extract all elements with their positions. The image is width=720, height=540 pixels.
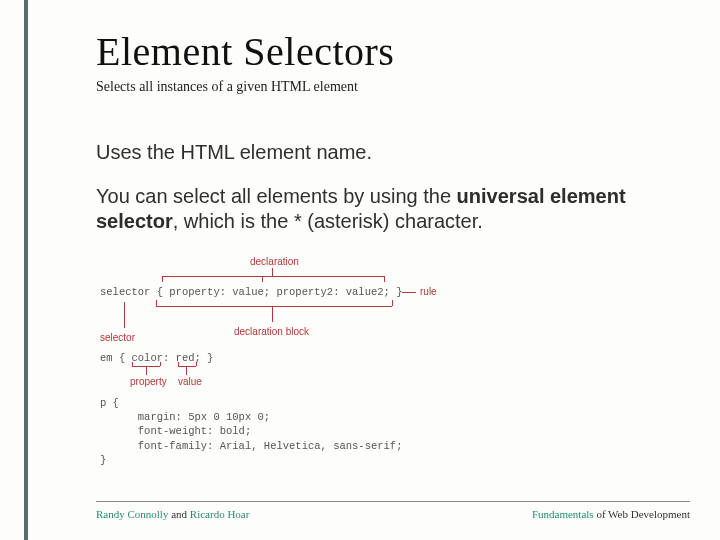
diagram-line xyxy=(186,366,187,375)
slide-subtitle: Selects all instances of a given HTML el… xyxy=(96,79,660,95)
footer-authors: Randy Connolly and Ricardo Hoar xyxy=(96,508,249,520)
diagram-line xyxy=(162,276,163,282)
diagram-line xyxy=(262,276,263,282)
label-rule: rule xyxy=(420,286,437,297)
label-selector: selector xyxy=(100,332,135,343)
label-declaration-block: declaration block xyxy=(234,326,309,337)
diagram-line xyxy=(178,366,196,367)
slide-footer: Randy Connolly and Ricardo Hoar Fundamen… xyxy=(96,501,690,520)
footer-rule xyxy=(96,501,690,502)
body-text-2: You can select all elements by using the… xyxy=(96,184,660,234)
diagram-line xyxy=(272,268,273,276)
author-1: Randy Connolly xyxy=(96,508,168,520)
diagram-line xyxy=(160,362,161,366)
label-declaration: declaration xyxy=(250,256,299,267)
slide-title: Element Selectors xyxy=(96,28,660,75)
book-rest: of Web Development xyxy=(594,508,690,520)
diagram-line xyxy=(196,362,197,366)
diagram-line xyxy=(132,366,160,367)
book-accent: Fundamentals xyxy=(532,508,594,520)
diagram-line xyxy=(124,302,125,328)
code-block: p { margin: 5px 0 10px 0; font-weight: b… xyxy=(100,396,402,467)
label-value: value xyxy=(178,376,202,387)
footer-and: and xyxy=(168,508,189,520)
body2-post: , which is the * (asterisk) character. xyxy=(173,210,483,232)
diagram-line xyxy=(132,362,133,366)
label-property: property xyxy=(130,376,167,387)
diagram-line xyxy=(402,292,416,293)
diagram-line xyxy=(392,300,393,306)
diagram-line xyxy=(384,276,385,282)
css-syntax-diagram: declaration selector { property: value; … xyxy=(100,256,660,461)
code-line-1: selector { property: value; property2: v… xyxy=(100,286,402,298)
body-text-1: Uses the HTML element name. xyxy=(96,141,660,164)
diagram-line xyxy=(156,300,157,306)
diagram-line xyxy=(178,362,179,366)
body2-pre: You can select all elements by using the xyxy=(96,185,457,207)
author-2: Ricardo Hoar xyxy=(190,508,250,520)
footer-book: Fundamentals of Web Development xyxy=(532,508,690,520)
diagram-line xyxy=(162,276,384,277)
diagram-line xyxy=(146,366,147,375)
diagram-line xyxy=(156,306,392,307)
diagram-line xyxy=(272,306,273,322)
